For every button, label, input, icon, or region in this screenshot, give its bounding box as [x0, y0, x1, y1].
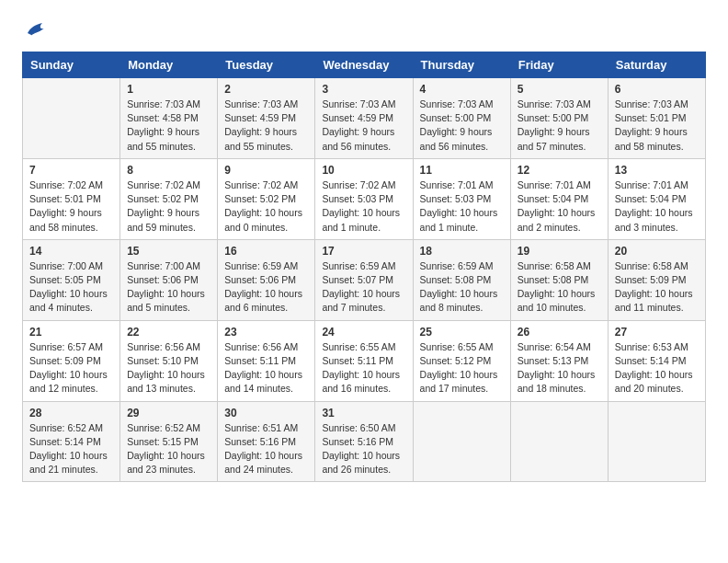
calendar-cell: 24Sunrise: 6:55 AMSunset: 5:11 PMDayligh…: [315, 320, 413, 401]
day-number: 30: [224, 407, 308, 419]
day-number: 4: [420, 83, 504, 96]
calendar-cell: 11Sunrise: 7:01 AMSunset: 5:03 PMDayligh…: [413, 158, 510, 239]
week-row-2: 7Sunrise: 7:02 AMSunset: 5:01 PMDaylight…: [23, 158, 706, 239]
cell-info: Sunrise: 6:52 AMSunset: 5:15 PMDaylight:…: [127, 421, 210, 477]
day-number: 28: [29, 407, 113, 419]
day-number: 5: [518, 83, 601, 96]
col-header-wednesday: Wednesday: [315, 52, 413, 78]
day-number: 18: [420, 245, 504, 258]
calendar-cell: [413, 401, 510, 482]
day-number: 19: [518, 245, 601, 258]
calendar-cell: 2Sunrise: 7:03 AMSunset: 4:59 PMDaylight…: [218, 78, 315, 159]
col-header-saturday: Saturday: [608, 52, 705, 78]
cell-info: Sunrise: 6:59 AMSunset: 5:07 PMDaylight:…: [322, 259, 405, 316]
cell-info: Sunrise: 7:03 AMSunset: 4:59 PMDaylight:…: [224, 98, 308, 154]
calendar-cell: 17Sunrise: 6:59 AMSunset: 5:07 PMDayligh…: [315, 239, 413, 320]
cell-info: Sunrise: 6:57 AMSunset: 5:09 PMDaylight:…: [29, 340, 113, 396]
day-number: 16: [224, 245, 308, 258]
calendar-cell: 14Sunrise: 7:00 AMSunset: 5:05 PMDayligh…: [23, 239, 120, 320]
day-number: 24: [322, 326, 405, 339]
week-row-3: 14Sunrise: 7:00 AMSunset: 5:05 PMDayligh…: [23, 239, 706, 320]
calendar-cell: 16Sunrise: 6:59 AMSunset: 5:06 PMDayligh…: [218, 239, 315, 320]
cell-info: Sunrise: 7:02 AMSunset: 5:02 PMDaylight:…: [224, 178, 308, 235]
calendar-cell: 7Sunrise: 7:02 AMSunset: 5:01 PMDaylight…: [23, 158, 120, 239]
day-number: 9: [224, 164, 308, 177]
day-number: 15: [127, 245, 210, 258]
col-header-sunday: Sunday: [23, 52, 120, 78]
day-number: 23: [224, 326, 308, 339]
col-header-monday: Monday: [120, 52, 218, 78]
day-number: 2: [224, 83, 308, 96]
day-number: 17: [322, 245, 405, 258]
day-number: 26: [518, 326, 601, 339]
week-row-4: 21Sunrise: 6:57 AMSunset: 5:09 PMDayligh…: [23, 320, 706, 401]
day-number: 8: [127, 164, 210, 177]
calendar-cell: 1Sunrise: 7:03 AMSunset: 4:58 PMDaylight…: [120, 78, 218, 159]
cell-info: Sunrise: 7:00 AMSunset: 5:05 PMDaylight:…: [29, 259, 113, 316]
calendar-table: SundayMondayTuesdayWednesdayThursdayFrid…: [22, 52, 706, 482]
cell-info: Sunrise: 7:02 AMSunset: 5:03 PMDaylight:…: [322, 178, 405, 235]
header-row: SundayMondayTuesdayWednesdayThursdayFrid…: [23, 52, 706, 78]
day-number: 22: [127, 326, 210, 339]
calendar-cell: 26Sunrise: 6:54 AMSunset: 5:13 PMDayligh…: [510, 320, 608, 401]
day-number: 12: [518, 164, 601, 177]
week-row-5: 28Sunrise: 6:52 AMSunset: 5:14 PMDayligh…: [23, 401, 706, 482]
calendar-cell: [510, 401, 608, 482]
day-number: 6: [615, 83, 699, 96]
cell-info: Sunrise: 6:56 AMSunset: 5:10 PMDaylight:…: [127, 340, 210, 396]
day-number: 20: [615, 245, 699, 258]
calendar-cell: 20Sunrise: 6:58 AMSunset: 5:09 PMDayligh…: [608, 239, 705, 320]
calendar-cell: 3Sunrise: 7:03 AMSunset: 4:59 PMDaylight…: [315, 78, 413, 159]
cell-info: Sunrise: 6:54 AMSunset: 5:13 PMDaylight:…: [518, 340, 601, 396]
cell-info: Sunrise: 6:58 AMSunset: 5:09 PMDaylight:…: [615, 259, 699, 316]
calendar-cell: [23, 78, 120, 159]
page-header: [22, 18, 706, 42]
cell-info: Sunrise: 7:02 AMSunset: 5:02 PMDaylight:…: [127, 178, 210, 235]
col-header-tuesday: Tuesday: [218, 52, 315, 78]
cell-info: Sunrise: 6:53 AMSunset: 5:14 PMDaylight:…: [615, 340, 699, 396]
calendar-cell: 23Sunrise: 6:56 AMSunset: 5:11 PMDayligh…: [218, 320, 315, 401]
cell-info: Sunrise: 7:01 AMSunset: 5:03 PMDaylight:…: [420, 178, 504, 235]
day-number: 29: [127, 407, 210, 419]
cell-info: Sunrise: 6:55 AMSunset: 5:12 PMDaylight:…: [420, 340, 504, 396]
day-number: 13: [615, 164, 699, 177]
calendar-cell: 22Sunrise: 6:56 AMSunset: 5:10 PMDayligh…: [120, 320, 218, 401]
calendar-cell: 25Sunrise: 6:55 AMSunset: 5:12 PMDayligh…: [413, 320, 510, 401]
calendar-cell: 13Sunrise: 7:01 AMSunset: 5:04 PMDayligh…: [608, 158, 705, 239]
calendar-cell: 12Sunrise: 7:01 AMSunset: 5:04 PMDayligh…: [510, 158, 608, 239]
calendar-cell: 31Sunrise: 6:50 AMSunset: 5:16 PMDayligh…: [315, 401, 413, 482]
day-number: 31: [322, 407, 405, 419]
day-number: 1: [127, 83, 210, 96]
day-number: 10: [322, 164, 405, 177]
calendar-cell: 30Sunrise: 6:51 AMSunset: 5:16 PMDayligh…: [218, 401, 315, 482]
week-row-1: 1Sunrise: 7:03 AMSunset: 4:58 PMDaylight…: [23, 78, 706, 159]
calendar-cell: 4Sunrise: 7:03 AMSunset: 5:00 PMDaylight…: [413, 78, 510, 159]
calendar-cell: 15Sunrise: 7:00 AMSunset: 5:06 PMDayligh…: [120, 239, 218, 320]
cell-info: Sunrise: 6:51 AMSunset: 5:16 PMDaylight:…: [224, 421, 308, 477]
cell-info: Sunrise: 7:01 AMSunset: 5:04 PMDaylight:…: [615, 178, 699, 235]
calendar-cell: 8Sunrise: 7:02 AMSunset: 5:02 PMDaylight…: [120, 158, 218, 239]
col-header-friday: Friday: [510, 52, 608, 78]
cell-info: Sunrise: 7:03 AMSunset: 5:00 PMDaylight:…: [420, 98, 504, 154]
calendar-cell: 5Sunrise: 7:03 AMSunset: 5:00 PMDaylight…: [510, 78, 608, 159]
cell-info: Sunrise: 7:03 AMSunset: 5:01 PMDaylight:…: [615, 98, 699, 154]
day-number: 27: [615, 326, 699, 339]
calendar-cell: 18Sunrise: 6:59 AMSunset: 5:08 PMDayligh…: [413, 239, 510, 320]
logo: [22, 18, 50, 42]
day-number: 11: [420, 164, 504, 177]
day-number: 21: [29, 326, 113, 339]
calendar-cell: 21Sunrise: 6:57 AMSunset: 5:09 PMDayligh…: [23, 320, 120, 401]
calendar-cell: 6Sunrise: 7:03 AMSunset: 5:01 PMDaylight…: [608, 78, 705, 159]
cell-info: Sunrise: 6:59 AMSunset: 5:06 PMDaylight:…: [224, 259, 308, 316]
cell-info: Sunrise: 7:03 AMSunset: 4:58 PMDaylight:…: [127, 98, 210, 154]
day-number: 25: [420, 326, 504, 339]
cell-info: Sunrise: 6:52 AMSunset: 5:14 PMDaylight:…: [29, 421, 113, 477]
day-number: 7: [29, 164, 113, 177]
cell-info: Sunrise: 6:58 AMSunset: 5:08 PMDaylight:…: [518, 259, 601, 316]
cell-info: Sunrise: 6:56 AMSunset: 5:11 PMDaylight:…: [224, 340, 308, 396]
day-number: 14: [29, 245, 113, 258]
cell-info: Sunrise: 7:03 AMSunset: 5:00 PMDaylight:…: [518, 98, 601, 154]
calendar-cell: 27Sunrise: 6:53 AMSunset: 5:14 PMDayligh…: [608, 320, 705, 401]
cell-info: Sunrise: 7:02 AMSunset: 5:01 PMDaylight:…: [29, 178, 113, 235]
calendar-cell: 9Sunrise: 7:02 AMSunset: 5:02 PMDaylight…: [218, 158, 315, 239]
